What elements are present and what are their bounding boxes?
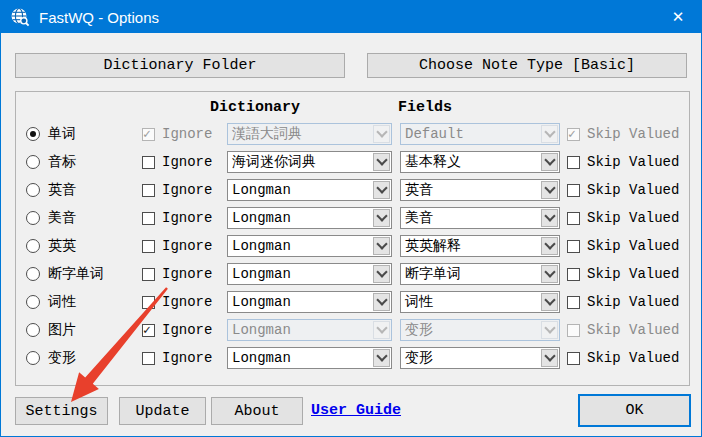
titlebar: FastWQ - Options ✕ [1, 1, 701, 33]
skip-valued-cell: Skip Valued [567, 238, 679, 254]
choose-note-type-button[interactable]: Choose Note Type [Basic] [367, 53, 687, 78]
option-row: 美音 Ignore Longman 美音 Skip Valued [16, 204, 689, 232]
skip-valued-checkbox[interactable] [567, 156, 580, 169]
word-type-radio[interactable] [26, 351, 40, 365]
skip-valued-checkbox [567, 324, 580, 337]
word-type-radio[interactable] [26, 295, 40, 309]
skip-valued-label: Skip Valued [587, 238, 679, 254]
ignore-label: Ignore [162, 238, 212, 254]
dictionary-select[interactable]: Longman [227, 347, 392, 369]
fields-column-header: Fields [398, 99, 452, 116]
word-type-cell: 英音 [26, 181, 142, 199]
ignore-label: Ignore [162, 322, 212, 338]
dictionary-folder-button[interactable]: Dictionary Folder [15, 53, 345, 78]
skip-valued-label: Skip Valued [587, 126, 679, 142]
option-row: 英音 Ignore Longman 英音 Skip Valued [16, 176, 689, 204]
dictionary-select-value: Longman [228, 350, 310, 366]
dictionary-select[interactable]: Longman [227, 235, 392, 257]
user-guide-link[interactable]: User Guide [311, 402, 401, 419]
skip-valued-checkbox[interactable] [567, 212, 580, 225]
skip-valued-label: Skip Valued [587, 266, 679, 282]
fields-select[interactable]: 基本释义 [400, 151, 560, 173]
chevron-down-icon [373, 349, 390, 367]
dictionary-select[interactable]: 海词迷你词典 [227, 151, 392, 173]
ok-button[interactable]: OK [578, 394, 691, 427]
ignore-checkbox[interactable] [142, 324, 155, 337]
word-type-radio[interactable] [26, 323, 40, 337]
fields-select-value: Default [401, 126, 483, 142]
skip-valued-cell: Skip Valued [567, 126, 679, 142]
fields-select[interactable]: 英英解释 [400, 235, 560, 257]
window-title: FastWQ - Options [39, 9, 159, 26]
ignore-cell: Ignore [142, 294, 227, 310]
word-type-radio[interactable] [26, 211, 40, 225]
word-type-radio[interactable] [26, 183, 40, 197]
skip-valued-checkbox[interactable] [567, 296, 580, 309]
about-button[interactable]: About [211, 397, 303, 425]
ignore-checkbox[interactable] [142, 184, 155, 197]
ignore-checkbox[interactable] [142, 156, 155, 169]
ignore-checkbox[interactable] [142, 212, 155, 225]
skip-valued-cell: Skip Valued [567, 210, 679, 226]
ignore-label: Ignore [162, 266, 212, 282]
fields-select[interactable]: 词性 [400, 291, 560, 313]
ignore-cell: Ignore [142, 266, 227, 282]
ignore-cell: Ignore [142, 182, 227, 198]
option-row: 单词 Ignore 漢語大詞典 Default Skip Valued [16, 120, 689, 148]
fields-select-value: 变形 [401, 321, 452, 339]
dictionary-select[interactable]: Longman [227, 207, 392, 229]
skip-valued-label: Skip Valued [587, 294, 679, 310]
fields-select-value: 美音 [401, 209, 452, 227]
ignore-label: Ignore [162, 350, 212, 366]
ignore-checkbox[interactable] [142, 352, 155, 365]
skip-valued-label: Skip Valued [587, 154, 679, 170]
chevron-down-icon [541, 237, 558, 255]
update-button[interactable]: Update [119, 397, 206, 425]
fields-select[interactable]: 变形 [400, 347, 560, 369]
option-row: 变形 Ignore Longman 变形 Skip Valued [16, 344, 689, 372]
word-type-radio[interactable] [26, 239, 40, 253]
dictionary-select[interactable]: Longman [227, 263, 392, 285]
skip-valued-checkbox[interactable] [567, 268, 580, 281]
fields-select[interactable]: 断字单词 [400, 263, 560, 285]
skip-valued-checkbox[interactable] [567, 352, 580, 365]
close-button[interactable]: ✕ [655, 1, 701, 33]
option-row: 词性 Ignore Longman 词性 Skip Valued [16, 288, 689, 316]
skip-valued-checkbox[interactable] [567, 240, 580, 253]
fields-select-value: 断字单词 [401, 265, 480, 283]
ignore-label: Ignore [162, 210, 212, 226]
dictionary-select[interactable]: Longman [227, 179, 392, 201]
chevron-down-icon [373, 181, 390, 199]
word-type-label: 图片 [48, 321, 76, 339]
skip-valued-label: Skip Valued [587, 210, 679, 226]
fields-select-value: 变形 [401, 349, 452, 367]
word-type-radio[interactable] [26, 155, 40, 169]
fields-select-value: 基本释义 [401, 153, 480, 171]
ignore-checkbox[interactable] [142, 296, 155, 309]
fields-select[interactable]: 美音 [400, 207, 560, 229]
option-row: 断字单词 Ignore Longman 断字单词 Skip Valued [16, 260, 689, 288]
chevron-down-icon [373, 321, 390, 339]
word-type-label: 英英 [48, 237, 76, 255]
settings-button[interactable]: Settings [15, 397, 108, 425]
skip-valued-checkbox[interactable] [567, 184, 580, 197]
ignore-label: Ignore [162, 154, 212, 170]
dictionary-select[interactable]: Longman [227, 291, 392, 313]
chevron-down-icon [541, 293, 558, 311]
option-row: 英英 Ignore Longman 英英解释 Skip Valued [16, 232, 689, 260]
fields-select: Default [400, 123, 560, 145]
skip-valued-cell: Skip Valued [567, 322, 679, 338]
fields-select-value: 英英解释 [401, 237, 480, 255]
word-type-label: 断字单词 [48, 265, 104, 283]
skip-valued-cell: Skip Valued [567, 154, 679, 170]
word-type-label: 音标 [48, 153, 76, 171]
word-type-radio[interactable] [26, 267, 40, 281]
word-type-label: 美音 [48, 209, 76, 227]
options-window: FastWQ - Options ✕ Dictionary Folder Cho… [0, 0, 702, 437]
fields-select[interactable]: 英音 [400, 179, 560, 201]
ignore-cell: Ignore [142, 350, 227, 366]
dictionary-select-value: Longman [228, 322, 310, 338]
word-type-radio[interactable] [26, 127, 40, 141]
ignore-checkbox[interactable] [142, 240, 155, 253]
ignore-checkbox[interactable] [142, 268, 155, 281]
